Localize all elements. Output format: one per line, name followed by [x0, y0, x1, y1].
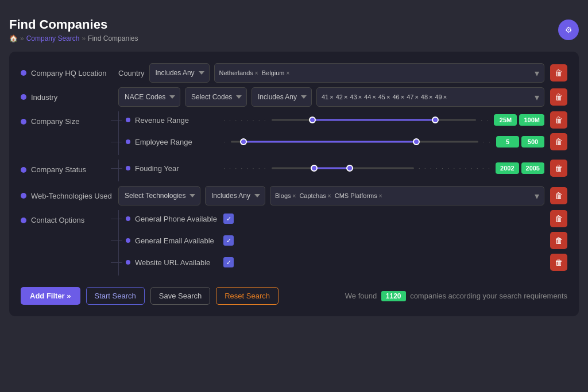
web-tech-row: Web-Technologies Used Select Technologie… [21, 186, 567, 205]
revenue-thumb-right[interactable] [432, 117, 439, 123]
contact-options-dot [21, 218, 26, 223]
employee-thumb-right[interactable] [413, 138, 420, 145]
revenue-thumb-left[interactable] [309, 117, 316, 123]
delete-icon: 🗑 [555, 92, 563, 102]
founding-thumb-left[interactable] [311, 165, 318, 172]
country-tag-belgium: Belgium × [262, 69, 290, 76]
hq-operator-select[interactable]: Includes Any Excludes [149, 63, 210, 83]
employee-delete-button[interactable]: 🗑 [550, 133, 567, 150]
nace-tag-41: 41 × [322, 94, 334, 100]
remove-captchas[interactable]: × [328, 193, 331, 199]
web-tech-operator-select[interactable]: Includes Any Excludes [205, 186, 265, 205]
company-status-parent-row: Company Status Fouding Year · · · · · · … [21, 160, 567, 181]
website-controls: ✓ [223, 257, 544, 267]
revenue-dots-right: · · [481, 117, 489, 123]
results-prefix: We found [345, 292, 377, 300]
nace-tag-47: 47 × [407, 94, 419, 100]
nace-tags: 41 × 42 × 43 × 44 × 45 × 46 × 47 × 48 × … [322, 94, 447, 100]
contact-options-sub-rows: General Phone Available ✓ 🗑 [118, 210, 567, 275]
save-search-button[interactable]: Save Search [150, 287, 210, 305]
start-search-button[interactable]: Start Search [86, 287, 145, 305]
countries-chevron-icon: ▾ [535, 68, 539, 79]
phone-checkbox[interactable]: ✓ [223, 214, 234, 224]
industry-label-group: Industry [21, 93, 113, 102]
remove-cms[interactable]: × [379, 193, 382, 199]
revenue-label-group: Revenue Range [126, 116, 218, 125]
industry-operator-select[interactable]: Includes Any Excludes [252, 87, 312, 107]
nace-tag-45: 45 × [378, 94, 390, 100]
founding-min-value: 2002 [496, 162, 519, 174]
hq-location-dot [21, 70, 26, 76]
header-left: Find Companies 🏠 » Company Search » Find… [9, 17, 138, 42]
web-tech-tags-field[interactable]: Blogs × Captchas × CMS Platforms × ▾ [270, 186, 544, 205]
hq-location-delete-button[interactable]: 🗑 [550, 64, 567, 81]
hq-countries-field[interactable]: Netherlands × Belgium × ▾ [214, 63, 544, 83]
founding-delete-button[interactable]: 🗑 [550, 160, 567, 177]
founding-thumb-right[interactable] [346, 165, 353, 172]
country-label: Country [118, 69, 145, 77]
revenue-controls: · · · · · · · · · · 25M 100M [223, 114, 544, 126]
company-status-sub-rows: Fouding Year · · · · · · · · · · · · · ·… [118, 160, 567, 181]
website-dot [126, 260, 130, 265]
nace-codes-select[interactable]: NACE Codes [118, 87, 180, 107]
web-tech-delete-button[interactable]: 🗑 [550, 187, 567, 204]
select-codes-select[interactable]: Select Codes [185, 87, 247, 107]
add-filter-button[interactable]: Add Filter » [21, 287, 80, 305]
revenue-range-label: Revenue Range [135, 116, 189, 125]
select-tech-select[interactable]: Select Technologies [118, 186, 200, 205]
employee-thumb-left[interactable] [240, 138, 247, 145]
revenue-max-value: 100M [519, 114, 544, 126]
results-suffix: companies according your search requirem… [410, 292, 567, 300]
phone-delete-button[interactable]: 🗑 [550, 210, 567, 227]
breadcrumb: 🏠 » Company Search » Find Companies [9, 34, 138, 42]
founding-dots-left: · · · · · · · · [223, 165, 267, 172]
bottom-bar: Add Filter » Start Search Save Search Re… [21, 287, 567, 305]
phone-controls: ✓ [223, 214, 544, 224]
remove-netherlands[interactable]: × [255, 70, 258, 76]
nace-codes-field[interactable]: 41 × 42 × 43 × 44 × 45 × 46 × 47 × 48 × … [316, 87, 544, 107]
founding-controls: · · · · · · · · · · · · · · · · · · · · … [223, 162, 544, 174]
page-title: Find Companies [9, 17, 138, 32]
website-checkbox[interactable]: ✓ [223, 257, 234, 267]
website-check-icon: ✓ [226, 259, 231, 266]
hq-location-controls: Country Includes Any Excludes Netherland… [118, 63, 544, 83]
revenue-range-row: Revenue Range · · · · · · · · · · 25M [126, 111, 567, 129]
email-label: General Email Available [135, 236, 214, 245]
email-delete-button[interactable]: 🗑 [550, 232, 567, 249]
founding-year-row: Fouding Year · · · · · · · · · · · · · ·… [126, 160, 567, 177]
industry-controls: NACE Codes Select Codes Includes Any Exc… [118, 87, 544, 107]
results-text: We found 1120 companies according your s… [345, 291, 567, 301]
website-delete-button[interactable]: 🗑 [550, 254, 567, 271]
breadcrumb-home-icon[interactable]: 🏠 [9, 34, 18, 42]
hq-location-label: Company HQ Location [31, 69, 107, 77]
founding-max-value: 2005 [521, 162, 544, 174]
tech-tag-cms: CMS Platforms × [335, 192, 382, 199]
employee-dot [126, 139, 130, 144]
web-tech-label-group: Web-Technologies Used [21, 192, 113, 200]
remove-belgium[interactable]: × [286, 70, 289, 76]
email-checkbox[interactable]: ✓ [223, 235, 234, 246]
breadcrumb-company-search-link[interactable]: Company Search [26, 34, 80, 42]
email-dot [126, 238, 130, 243]
delete-icon: 🗑 [555, 191, 563, 200]
revenue-slider-track [272, 116, 476, 124]
employee-slider-track [231, 138, 478, 146]
company-size-label-group: Company Size [21, 117, 113, 126]
nace-tag-43: 43 × [350, 94, 362, 100]
industry-delete-button[interactable]: 🗑 [550, 88, 567, 106]
phone-dot [126, 216, 130, 221]
company-status-label: Company Status [31, 165, 86, 174]
remove-blogs[interactable]: × [293, 193, 296, 199]
founding-values: 2002 2005 [496, 162, 544, 174]
breadcrumb-current: Find Companies [88, 34, 138, 42]
reset-search-button[interactable]: Reset Search [216, 287, 278, 305]
user-avatar[interactable]: ⚙ [558, 20, 579, 40]
nace-tag-42: 42 × [336, 94, 348, 100]
company-status-label-group: Company Status [21, 165, 113, 174]
employee-min-value: 5 [496, 136, 519, 148]
tech-tag-blogs: Blogs × [275, 192, 296, 199]
founding-dot [126, 166, 130, 170]
revenue-delete-button[interactable]: 🗑 [550, 111, 567, 129]
web-tech-label: Web-Technologies Used [31, 192, 112, 200]
email-check-icon: ✓ [226, 237, 231, 244]
